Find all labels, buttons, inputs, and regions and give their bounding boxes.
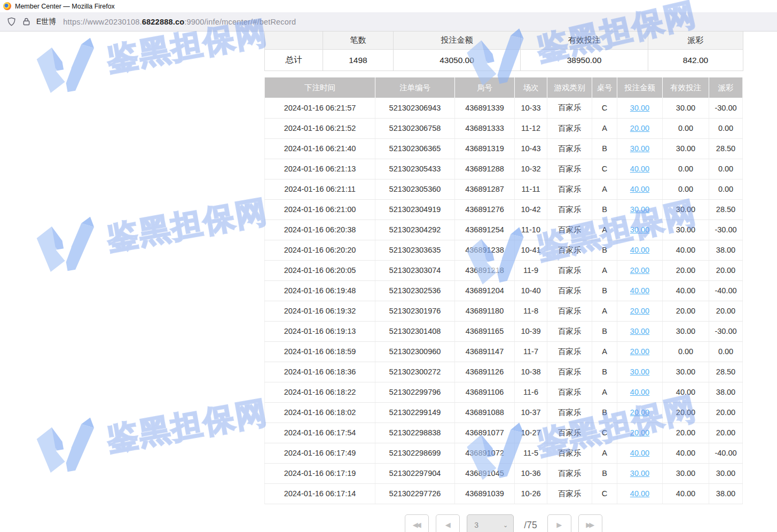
cell-valid: 30.00 — [663, 138, 709, 159]
cell-time: 2024-01-16 06:18:59 — [265, 341, 375, 362]
cell-bet: 20.00 — [617, 402, 663, 423]
cell-table-id: A — [592, 118, 617, 138]
cell-valid: 40.00 — [663, 483, 709, 504]
bet-amount-link[interactable]: 20.00 — [630, 266, 649, 275]
summary-total-row: 总计 1498 43050.00 38950.00 842.00 — [265, 50, 743, 71]
cell-game: 百家乐 — [547, 240, 592, 260]
cell-time: 2024-01-16 06:18:22 — [265, 382, 375, 402]
cell-valid: 40.00 — [663, 240, 709, 260]
cell-payout: 28.50 — [709, 362, 743, 382]
bet-amount-link[interactable]: 40.00 — [630, 286, 649, 295]
cell-bet: 40.00 — [617, 483, 663, 504]
cell-time: 2024-01-16 06:17:14 — [265, 483, 375, 504]
cell-table-id: A — [592, 220, 617, 240]
bet-amount-link[interactable]: 40.00 — [630, 165, 649, 173]
cell-game: 百家乐 — [547, 382, 592, 402]
column-header: 有效投注 — [663, 77, 709, 98]
cell-table-id: C — [592, 98, 617, 118]
bet-amount-link[interactable]: 30.00 — [630, 327, 649, 335]
cell-time: 2024-01-16 06:21:40 — [265, 138, 375, 159]
prev-page-button[interactable]: ◀ — [436, 514, 460, 532]
cell-game: 百家乐 — [547, 423, 592, 443]
table-row: 2024-01-16 06:21:52521302306758436891333… — [265, 118, 743, 138]
bet-amount-link[interactable]: 30.00 — [630, 225, 649, 234]
table-row: 2024-01-16 06:21:13521302305433436891288… — [265, 159, 743, 179]
bet-amount-link[interactable]: 30.00 — [630, 205, 649, 214]
bet-amount-link[interactable]: 30.00 — [630, 367, 649, 376]
cell-payout: -30.00 — [709, 220, 743, 240]
address-url[interactable]: https://www20230108.6822888.co:9900/infe… — [63, 18, 296, 26]
bet-amount-link[interactable]: 20.00 — [630, 347, 649, 356]
cell-time: 2024-01-16 06:17:54 — [265, 423, 375, 443]
bet-amount-link[interactable]: 20.00 — [630, 428, 649, 437]
cell-session: 10-42 — [515, 199, 547, 220]
bet-amount-link[interactable]: 40.00 — [630, 185, 649, 193]
cell-round-no: 436891238 — [455, 240, 515, 260]
cell-session: 10-43 — [515, 138, 547, 159]
cell-session: 10-41 — [515, 240, 547, 260]
cell-bill-no: 521302298838 — [375, 423, 455, 443]
table-row: 2024-01-16 06:21:40521302306365436891319… — [265, 138, 743, 159]
bet-amount-link[interactable]: 20.00 — [630, 307, 649, 315]
cell-bet: 40.00 — [617, 179, 663, 199]
cell-valid: 30.00 — [663, 321, 709, 341]
bet-amount-link[interactable]: 40.00 — [630, 388, 649, 396]
cell-session: 11-11 — [515, 179, 547, 199]
table-row: 2024-01-16 06:20:20521302303635436891238… — [265, 240, 743, 260]
cell-session: 11-12 — [515, 118, 547, 138]
cell-game: 百家乐 — [547, 199, 592, 220]
cell-bill-no: 521302306943 — [375, 98, 455, 118]
bet-amount-link[interactable]: 30.00 — [630, 469, 649, 478]
column-header: 局号 — [455, 77, 515, 98]
bet-amount-link[interactable]: 40.00 — [630, 489, 649, 498]
next-page-button[interactable]: ▶ — [547, 514, 571, 532]
cell-table-id: C — [592, 423, 617, 443]
cell-bet: 20.00 — [617, 260, 663, 280]
table-row: 2024-01-16 06:18:59521302300960436891147… — [265, 341, 743, 362]
last-page-button[interactable]: ▶▶ — [578, 514, 602, 532]
page-select-value: 3 — [474, 515, 478, 532]
page-select[interactable]: 3 ⌄ — [467, 514, 514, 532]
cell-payout: -30.00 — [709, 321, 743, 341]
cell-table-id: B — [592, 463, 617, 483]
bet-amount-link[interactable]: 30.00 — [630, 104, 649, 112]
url-toolbar[interactable]: E世博 https://www20230108.6822888.co:9900/… — [0, 12, 777, 32]
summary-bet-amount-value: 43050.00 — [394, 50, 521, 71]
table-row: 2024-01-16 06:21:57521302306943436891339… — [265, 98, 743, 118]
table-row: 2024-01-16 06:19:13521302301408436891165… — [265, 321, 743, 341]
cell-round-no: 436891039 — [455, 483, 515, 504]
lock-icon[interactable] — [21, 17, 32, 27]
cell-table-id: B — [592, 321, 617, 341]
bet-amount-link[interactable]: 30.00 — [630, 144, 649, 153]
bet-amount-link[interactable]: 20.00 — [630, 124, 649, 132]
cell-time: 2024-01-16 06:17:49 — [265, 443, 375, 463]
bet-amount-link[interactable]: 40.00 — [630, 246, 649, 254]
summary-header-count: 笔数 — [323, 32, 394, 50]
first-page-button[interactable]: ◀◀ — [405, 514, 429, 532]
cell-time: 2024-01-16 06:21:11 — [265, 179, 375, 199]
cell-game: 百家乐 — [547, 402, 592, 423]
cell-game: 百家乐 — [547, 98, 592, 118]
cell-valid: 20.00 — [663, 402, 709, 423]
bet-amount-link[interactable]: 40.00 — [630, 449, 649, 457]
cell-bill-no: 521302298699 — [375, 443, 455, 463]
summary-header-blank — [265, 32, 323, 50]
cell-game: 百家乐 — [547, 280, 592, 301]
cell-bet: 30.00 — [617, 463, 663, 483]
cell-game: 百家乐 — [547, 118, 592, 138]
cell-time: 2024-01-16 06:19:32 — [265, 301, 375, 321]
table-row: 2024-01-16 06:19:48521302302536436891204… — [265, 280, 743, 301]
summary-total-label: 总计 — [265, 50, 323, 71]
cell-payout: 38.00 — [709, 240, 743, 260]
page-total-label: /75 — [524, 514, 537, 532]
cell-payout: 28.50 — [709, 138, 743, 159]
window-titlebar: Member Center — Mozilla Firefox — [0, 0, 777, 12]
cell-bet: 40.00 — [617, 280, 663, 301]
summary-header-payout: 派彩 — [648, 32, 743, 50]
cell-bill-no: 521302301976 — [375, 301, 455, 321]
shield-icon[interactable] — [6, 17, 17, 27]
bet-amount-link[interactable]: 20.00 — [630, 408, 649, 417]
cell-table-id: C — [592, 159, 617, 179]
cell-bill-no: 521302305433 — [375, 159, 455, 179]
table-row: 2024-01-16 06:17:54521302298838436891077… — [265, 423, 743, 443]
